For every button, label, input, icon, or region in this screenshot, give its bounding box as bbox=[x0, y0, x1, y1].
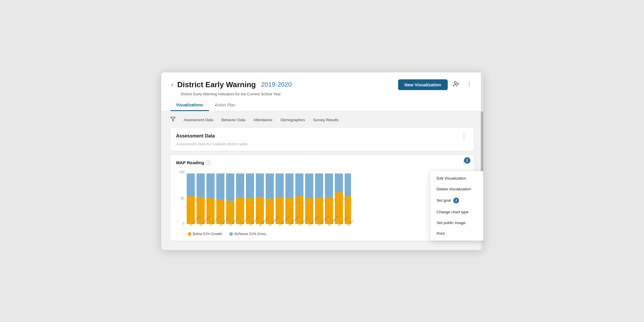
bar-above-7 bbox=[246, 173, 254, 198]
chart-title-text: MAP Reading bbox=[176, 160, 204, 165]
header-actions: New Visualization bbox=[398, 79, 474, 90]
new-visualization-button[interactable]: New Visualization bbox=[398, 79, 447, 90]
bar-above-13 bbox=[305, 173, 313, 198]
filter-icon[interactable] bbox=[170, 117, 176, 123]
svg-point-3 bbox=[469, 82, 469, 83]
menu-change-chart-type[interactable]: Change chart type bbox=[430, 207, 483, 217]
chart-badge-1: 1 bbox=[464, 157, 470, 164]
header-left: ‹ District Early Warning 2019-2020 bbox=[170, 80, 292, 89]
bar-above-3 bbox=[206, 173, 215, 197]
bar-above-6 bbox=[236, 173, 244, 197]
chart-card-header: MAP Reading i ⋮ 1 Edit Visualization Del… bbox=[170, 155, 474, 168]
bar-below-1 bbox=[187, 196, 195, 224]
legend-below-label: Below 51% Growth bbox=[193, 232, 222, 236]
menu-set-public-image[interactable]: Set public image bbox=[430, 217, 483, 228]
legend-above-dot bbox=[229, 232, 233, 236]
chart-area: 100 50 0 bbox=[170, 168, 474, 230]
menu-print[interactable]: Print bbox=[430, 228, 483, 239]
legend-above: At/Above 51% Grow... bbox=[229, 232, 268, 236]
bar-chart: 100 50 0 bbox=[176, 168, 356, 226]
svg-point-5 bbox=[469, 85, 469, 86]
map-reading-card: MAP Reading i ⋮ 1 Edit Visualization Del… bbox=[170, 155, 474, 241]
bar-above-5 bbox=[226, 173, 234, 201]
legend-below: Below 51% Growth bbox=[188, 232, 222, 236]
bar-above-9 bbox=[266, 173, 274, 198]
filter-behavior-data[interactable]: Behavior Data bbox=[221, 118, 245, 122]
chart-legend: Below 51% Growth At/Above 51% Grow... bbox=[170, 230, 474, 241]
bar-above-4 bbox=[216, 173, 224, 199]
bar-above-14 bbox=[315, 173, 323, 197]
back-button[interactable]: ‹ bbox=[170, 82, 175, 88]
svg-point-0 bbox=[454, 81, 456, 83]
chart-title: MAP Reading i bbox=[176, 160, 211, 165]
svg-text:50: 50 bbox=[181, 196, 184, 200]
bar-above-11 bbox=[285, 173, 294, 197]
filter-attendance[interactable]: Attendance bbox=[253, 118, 273, 122]
svg-marker-6 bbox=[171, 117, 175, 121]
tab-action-plan[interactable]: Action Plan bbox=[209, 100, 241, 111]
assessment-card-menu-button[interactable]: ⋮ bbox=[460, 133, 468, 139]
context-menu: Edit Visualization Delete Visualization … bbox=[430, 171, 483, 241]
svg-point-4 bbox=[469, 83, 469, 84]
legend-above-label: At/Above 51% Grow... bbox=[234, 232, 268, 236]
main-window: ‹ District Early Warning 2019-2020 New V… bbox=[161, 72, 483, 250]
filter-assessment-data[interactable]: Assessment Data bbox=[184, 118, 213, 122]
more-options-button[interactable] bbox=[465, 80, 474, 90]
info-icon[interactable]: i bbox=[206, 160, 211, 165]
header-top: ‹ District Early Warning 2019-2020 New V… bbox=[170, 79, 474, 90]
bar-above-1 bbox=[187, 173, 195, 196]
filter-bar: Assessment Data Behavior Data Attendance… bbox=[170, 117, 474, 123]
bar-above-2 bbox=[197, 173, 205, 197]
page-year: 2019-2020 bbox=[261, 81, 292, 88]
filter-survey-results[interactable]: Survey Results bbox=[313, 118, 338, 122]
menu-set-goal-label: Set goal bbox=[437, 198, 451, 203]
bar-above-12 bbox=[295, 173, 303, 196]
assessment-data-card: Assessment Data ⋮ Assessment Data for st… bbox=[170, 128, 474, 151]
bar-above-16 bbox=[335, 173, 343, 192]
bar-above-10 bbox=[276, 173, 284, 197]
legend-below-dot bbox=[188, 232, 191, 236]
content-area: Assessment Data Behavior Data Attendance… bbox=[161, 111, 483, 250]
assessment-card-title: Assessment Data bbox=[176, 133, 215, 139]
menu-edit-visualization[interactable]: Edit Visualization bbox=[430, 173, 483, 184]
set-goal-badge: 2 bbox=[453, 198, 459, 203]
tabs: Visualizations Action Plan bbox=[170, 100, 474, 111]
tab-visualizations[interactable]: Visualizations bbox=[170, 100, 209, 111]
page-subtitle: District Early Warning Indicators for th… bbox=[181, 92, 474, 96]
menu-delete-visualization[interactable]: Delete Visualization bbox=[430, 184, 483, 194]
bar-above-17 bbox=[345, 173, 351, 196]
scrollbar-thumb[interactable] bbox=[481, 111, 483, 179]
add-user-button[interactable] bbox=[451, 80, 461, 90]
filter-demographics[interactable]: Demographics bbox=[281, 118, 305, 122]
svg-text:0: 0 bbox=[182, 222, 184, 225]
bar-above-15 bbox=[325, 173, 333, 197]
menu-set-goal[interactable]: Set goal 2 bbox=[430, 194, 483, 207]
header: ‹ District Early Warning 2019-2020 New V… bbox=[161, 72, 483, 111]
bar-above-8 bbox=[256, 173, 264, 197]
assessment-card-header: Assessment Data ⋮ bbox=[170, 128, 474, 142]
chart-menu-wrap: ⋮ 1 Edit Visualization Delete Visualizat… bbox=[460, 160, 468, 166]
assessment-card-subtitle: Assessment Data for students district-wi… bbox=[170, 142, 474, 151]
page-title: District Early Warning bbox=[177, 80, 256, 89]
svg-text:100: 100 bbox=[179, 170, 184, 174]
